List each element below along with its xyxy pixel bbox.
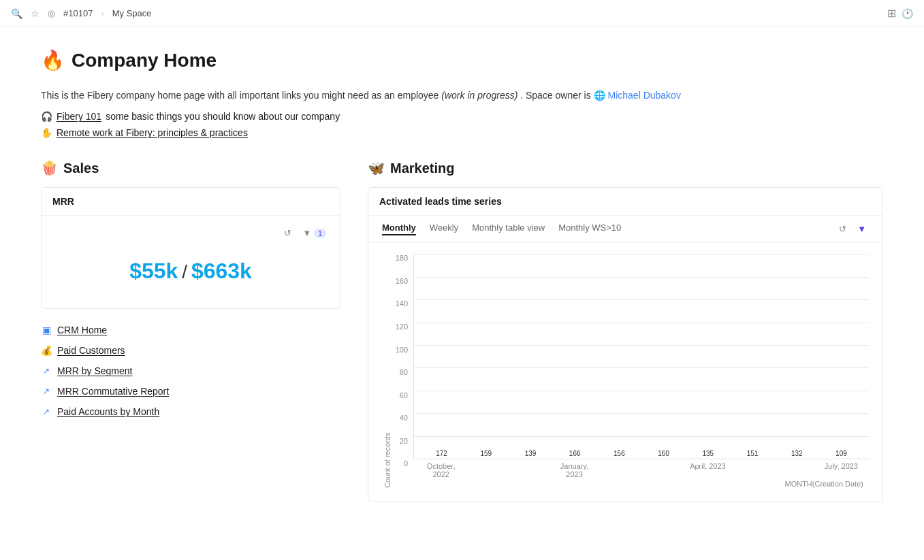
mrr-current: $55k — [129, 259, 178, 283]
filter-button[interactable]: ▼ 1 — [300, 227, 329, 240]
bars-group: 172 159 — [414, 254, 869, 459]
owner-link[interactable]: Michael Dubakov — [608, 90, 681, 101]
paid-customers-link[interactable]: 💰 Paid Customers — [41, 340, 340, 361]
bar-col-5: 156 — [597, 450, 641, 459]
mrr-widget: ↺ ▼ 1 $55k / $663k — [42, 216, 340, 308]
sales-column: 🍿 Sales MRR ↺ ▼ 1 $55k — [41, 160, 340, 502]
main-content: 🔥 Company Home This is the Fibery compan… — [0, 27, 924, 524]
crm-icon: ▣ — [41, 325, 52, 335]
bar-col-10: 109 — [819, 450, 863, 459]
bars-container: 172 159 — [413, 254, 869, 459]
page-title-text: Company Home — [71, 50, 217, 71]
trend3-icon: ↗ — [41, 406, 52, 417]
history-icon[interactable]: 🕐 — [902, 8, 913, 19]
bar-col-7: 135 — [686, 450, 730, 459]
fibery-101-anchor[interactable]: Fibery 101 — [57, 111, 101, 122]
trend-icon: ↗ — [41, 365, 52, 376]
y-axis: 180 160 140 120 100 80 60 40 20 0 — [393, 254, 413, 488]
filter-badge: 1 — [314, 229, 326, 238]
chart-tabs-left: Monthly Weekly Monthly table view Monthl… — [382, 223, 621, 235]
mrr-card-header: MRR — [42, 188, 340, 216]
page-description: This is the Fibery company home page wit… — [41, 88, 883, 103]
sales-title-text: Sales — [63, 161, 99, 176]
ticket-icon: ◎ — [48, 8, 55, 18]
x-axis-title: MONTH(Creation Date) — [413, 480, 869, 488]
breadcrumb: 🔍 ☆ ◎ #10107 › My Space — [11, 8, 152, 19]
bar-col-8: 151 — [730, 450, 774, 459]
mrr-by-segment-link[interactable]: ↗ MRR by Segment — [41, 361, 340, 381]
expand-icon[interactable]: ⊞ — [887, 7, 896, 20]
page-title-emoji: 🔥 — [41, 49, 65, 71]
bar-col-3: 139 — [508, 450, 552, 459]
marketing-card-header: Activated leads time series — [368, 188, 882, 216]
paid-accounts-link[interactable]: ↗ Paid Accounts by Month — [41, 401, 340, 422]
marketing-title: 🦋 Marketing — [368, 160, 883, 176]
marketing-emoji: 🦋 — [368, 160, 385, 176]
chart-refresh-button[interactable]: ↺ — [836, 223, 849, 235]
space-name[interactable]: My Space — [112, 8, 152, 18]
x-axis: October, 2022 January, 2023 April, 2023 — [413, 459, 869, 478]
mrr-separator: / — [182, 261, 187, 282]
tab-weekly[interactable]: Weekly — [430, 223, 458, 235]
bar-col-6: 160 — [641, 450, 686, 459]
top-bar-right: ⊞ 🕐 — [887, 7, 913, 20]
tab-monthly-ws10[interactable]: Monthly WS>10 — [558, 223, 621, 235]
mrr-actions: ↺ ▼ 1 — [52, 227, 329, 240]
marketing-column: 🦋 Marketing Activated leads time series … — [368, 160, 883, 502]
bar-col-2: 159 — [464, 450, 508, 459]
trend2-icon: ↗ — [41, 386, 52, 397]
refresh-button[interactable]: ↺ — [281, 227, 294, 240]
mrr-commutative-link[interactable]: ↗ MRR Commutative Report — [41, 381, 340, 401]
chart-filter-button[interactable]: ▼ — [855, 223, 869, 235]
y-axis-label: Count of records — [382, 254, 393, 488]
bar-col-1: 172 — [419, 450, 464, 459]
chart-tab-actions: ↺ ▼ — [836, 223, 869, 235]
chart-tabs: Monthly Weekly Monthly table view Monthl… — [368, 216, 882, 243]
two-col-layout: 🍿 Sales MRR ↺ ▼ 1 $55k — [41, 160, 883, 502]
mrr-value: $55k / $663k — [52, 245, 329, 297]
tab-monthly[interactable]: Monthly — [382, 223, 416, 235]
chart-area: Count of records 180 160 140 120 100 80 … — [368, 243, 882, 501]
marketing-title-text: Marketing — [390, 161, 454, 176]
bar-col-9: 132 — [775, 450, 819, 459]
sales-emoji: 🍿 — [41, 160, 58, 176]
mrr-target: $663k — [191, 259, 252, 283]
search-icon[interactable]: 🔍 — [11, 8, 22, 19]
sales-links: ▣ CRM Home 💰 Paid Customers ↗ MRR by Seg… — [41, 320, 340, 422]
top-bar: 🔍 ☆ ◎ #10107 › My Space ⊞ 🕐 — [0, 0, 924, 27]
page-title-area: 🔥 Company Home — [41, 49, 883, 71]
sales-title: 🍿 Sales — [41, 160, 340, 176]
wip-text: (work in progress) — [441, 90, 517, 101]
owner-avatar: 🌐 — [594, 90, 608, 101]
mrr-card: MRR ↺ ▼ 1 $55k / $663k — [41, 187, 340, 309]
remote-work-link[interactable]: ✋ Remote work at Fibery: principles & pr… — [41, 127, 883, 138]
remote-work-anchor[interactable]: Remote work at Fibery: principles & prac… — [57, 127, 248, 138]
ticket-id: #10107 — [63, 8, 93, 18]
money-icon: 💰 — [41, 345, 52, 356]
bar-col-4: 166 — [553, 450, 597, 459]
star-icon[interactable]: ☆ — [31, 8, 39, 19]
tab-monthly-table[interactable]: Monthly table view — [472, 223, 545, 235]
marketing-card: Activated leads time series Monthly Week… — [368, 187, 883, 502]
fibery-101-link[interactable]: 🎧 Fibery 101 some basic things you shoul… — [41, 111, 883, 122]
crm-home-link[interactable]: ▣ CRM Home — [41, 320, 340, 340]
